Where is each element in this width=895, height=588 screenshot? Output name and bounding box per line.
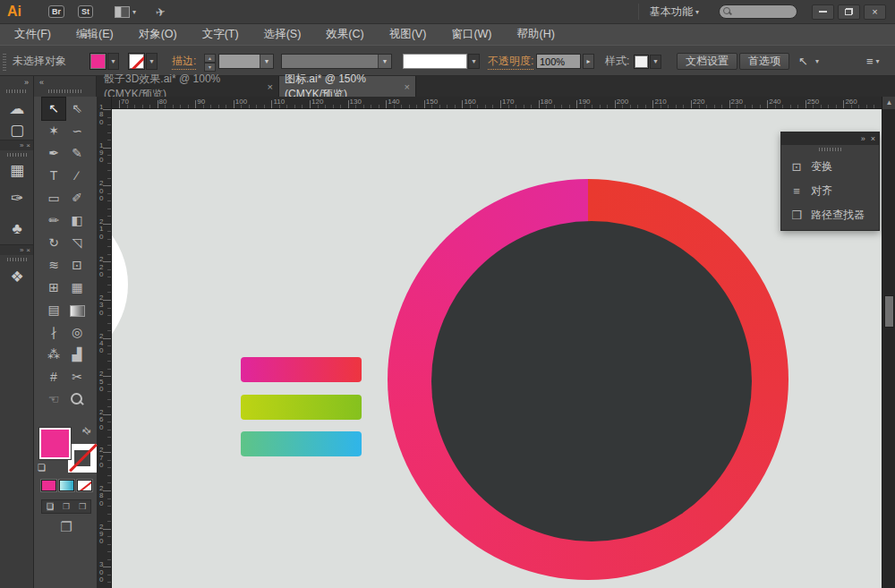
stock-button[interactable]: St xyxy=(78,5,93,18)
stroke-swatch[interactable] xyxy=(68,444,97,473)
gradient-bar-pink-red[interactable] xyxy=(241,357,362,382)
width-tool[interactable]: ≋ xyxy=(42,254,65,277)
blend-tool[interactable]: ◎ xyxy=(65,321,89,344)
select-similar-caret-icon[interactable]: ▾ xyxy=(815,57,819,65)
donut-ring[interactable] xyxy=(388,179,788,580)
stroke-weight-select[interactable]: ▼ xyxy=(218,54,274,69)
donut-inner-circle[interactable] xyxy=(431,221,752,541)
panel-close-icon[interactable]: × xyxy=(871,134,875,143)
group-close-icon[interactable]: × xyxy=(26,141,30,149)
preferences-button[interactable]: 首选项 xyxy=(739,53,789,70)
curvature-tool[interactable]: ✎ xyxy=(65,142,89,165)
scrollbar-up-icon[interactable]: ▲ xyxy=(882,97,895,109)
opacity-expand-button[interactable]: ▸ xyxy=(583,54,594,69)
workspace-caret-icon[interactable]: ▾ xyxy=(695,8,699,16)
direct-selection-tool[interactable]: ⇖ xyxy=(65,98,89,120)
brush-definition-swatch[interactable] xyxy=(403,54,467,69)
color-button[interactable] xyxy=(41,480,56,491)
symbol-sprayer-tool[interactable]: ⁂ xyxy=(42,344,65,366)
gradient-bar-green[interactable] xyxy=(241,395,362,420)
stroke-dropdown-arrow-icon[interactable]: ▼ xyxy=(146,53,158,70)
menu-item[interactable]: 文件(F) xyxy=(7,27,58,42)
stepper-down-icon[interactable]: ▾ xyxy=(204,63,216,72)
eraser-tool[interactable]: ◧ xyxy=(65,209,89,232)
none-button[interactable] xyxy=(77,480,92,491)
stroke-weight-label[interactable]: 描边: xyxy=(172,54,196,70)
rotate-tool[interactable]: ↻ xyxy=(42,232,65,254)
artboard-canvas[interactable]: » × ⊡ 变换 ≡ 对齐 ❒ 路径查找器 xyxy=(112,109,882,588)
close-button[interactable]: × xyxy=(864,4,886,20)
free-transform-tool[interactable]: ⊡ xyxy=(65,254,89,277)
brush-dropdown-arrow-icon[interactable]: ▼ xyxy=(468,54,480,69)
dock-grip[interactable] xyxy=(7,258,27,261)
control-panel-menu-caret-icon[interactable]: ▾ xyxy=(876,57,880,65)
brushes-icon[interactable]: ✑ xyxy=(0,182,34,214)
arrange-documents-caret-icon[interactable]: ▾ xyxy=(132,8,136,16)
tools-grip[interactable] xyxy=(48,89,82,93)
style-dropdown-arrow-icon[interactable]: ▼ xyxy=(650,55,661,69)
fill-color-swatch[interactable] xyxy=(90,53,107,70)
floating-panel-header[interactable]: » × xyxy=(781,132,879,145)
tools-collapse-icon[interactable]: « xyxy=(39,78,43,87)
hand-tool[interactable]: ☜ xyxy=(42,388,65,411)
draw-behind-mode[interactable]: ❐ xyxy=(63,502,70,511)
select-similar-icon[interactable]: ↖ xyxy=(798,55,808,68)
scrollbar-thumb[interactable] xyxy=(884,295,894,328)
zoom-tool[interactable] xyxy=(65,388,89,411)
tab-close-icon[interactable]: × xyxy=(405,81,410,92)
opacity-label[interactable]: 不透明度: xyxy=(488,54,533,70)
white-partial-circle-shape[interactable] xyxy=(112,201,128,368)
menu-item[interactable]: 对象(O) xyxy=(132,27,184,42)
opacity-input[interactable]: 100% xyxy=(536,54,581,69)
menu-item[interactable]: 窗口(W) xyxy=(444,27,499,42)
gradient-bar-teal-blue[interactable] xyxy=(241,431,362,456)
vertical-ruler[interactable]: 180 190 200 210 220 230 240 250 260 270 … xyxy=(98,109,112,588)
paintbrush-tool[interactable]: ✐ xyxy=(65,187,89,209)
slice-tool[interactable]: ✂ xyxy=(65,366,89,388)
pen-tool[interactable]: ✒ xyxy=(42,142,65,165)
document-tab-active[interactable]: 图标.ai* @ 150% (CMYK/预览) × xyxy=(279,76,416,97)
dock-collapse-icon[interactable]: » xyxy=(24,78,28,87)
menu-item[interactable]: 帮助(H) xyxy=(510,27,562,42)
screen-mode-icon[interactable]: ❐ xyxy=(34,519,98,535)
eyedropper-tool[interactable]: ∤ xyxy=(42,321,65,344)
horizontal-ruler[interactable]: 70 80 90 100 110 120 130 140 150 160 170… xyxy=(112,97,882,109)
default-fill-stroke-icon[interactable]: ❏ xyxy=(38,463,46,473)
document-tab-inactive[interactable]: 骰子3D效果.ai* @ 100% (CMYK/预览) × xyxy=(98,76,279,97)
group-close-icon[interactable]: × xyxy=(26,246,30,254)
lasso-tool[interactable]: ∽ xyxy=(65,120,89,142)
symbols-icon[interactable]: ♣ xyxy=(0,214,34,244)
workspace-switcher[interactable]: 基本功能 xyxy=(650,4,693,20)
swatches-icon[interactable]: ▦ xyxy=(0,158,34,182)
scale-tool[interactable]: ◹ xyxy=(65,232,89,254)
stroke-weight-stepper[interactable]: ▴ ▾ xyxy=(204,54,216,70)
line-segment-tool[interactable]: ∕ xyxy=(65,165,89,187)
select-arrow-icon[interactable]: ▼ xyxy=(378,55,391,68)
menu-item[interactable]: 编辑(E) xyxy=(69,27,121,42)
panel-item-align[interactable]: ≡ 对齐 xyxy=(781,179,879,203)
panel-item-pathfinder[interactable]: ❒ 路径查找器 xyxy=(781,203,879,227)
perspective-grid-tool[interactable]: ▦ xyxy=(65,277,89,299)
group-collapse-icon[interactable]: » xyxy=(20,141,23,149)
share-icon[interactable]: ✈ xyxy=(155,4,166,20)
panel-grip[interactable] xyxy=(3,52,6,71)
artboards-icon[interactable]: ▢ xyxy=(0,120,34,140)
panel-collapse-icon[interactable]: » xyxy=(861,134,865,143)
width-profile-select[interactable]: ▼ xyxy=(281,54,392,69)
fill-swatch[interactable] xyxy=(39,428,71,459)
dock-grip[interactable] xyxy=(6,89,28,93)
layers-icon[interactable]: ❖ xyxy=(0,263,34,290)
panel-item-transform[interactable]: ⊡ 变换 xyxy=(781,155,879,179)
artboard-tool[interactable]: # xyxy=(42,366,65,388)
gradient-button[interactable] xyxy=(59,480,74,491)
document-setup-button[interactable]: 文档设置 xyxy=(677,53,737,70)
minimize-button[interactable] xyxy=(812,4,834,20)
vertical-scrollbar[interactable]: ▲ xyxy=(882,97,895,588)
type-tool[interactable]: T xyxy=(42,165,65,187)
gradient-tool[interactable] xyxy=(65,299,89,321)
fill-dropdown-arrow-icon[interactable]: ▼ xyxy=(107,53,119,70)
menu-item[interactable]: 视图(V) xyxy=(382,27,434,42)
tab-close-icon[interactable]: × xyxy=(268,81,273,92)
select-arrow-icon[interactable]: ▼ xyxy=(260,55,273,68)
dock-grip[interactable] xyxy=(7,153,27,157)
